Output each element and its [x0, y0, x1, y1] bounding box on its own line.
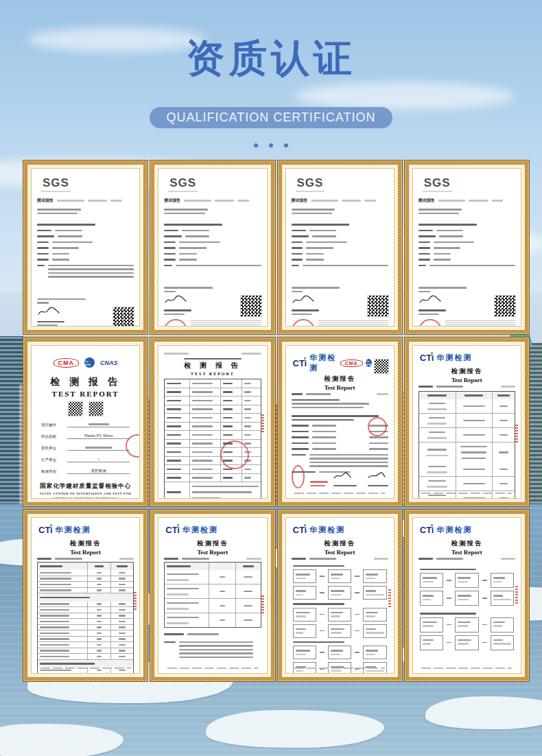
fine-print	[318, 319, 388, 327]
qr-code	[113, 307, 134, 327]
text-line	[368, 485, 388, 487]
certificate-paper: SGS 测试报告	[412, 168, 521, 327]
table-cell	[110, 637, 133, 642]
text-line	[292, 419, 355, 421]
text-line	[119, 626, 126, 628]
signature-icon	[37, 307, 60, 316]
table-cell	[165, 457, 189, 465]
text-line	[331, 574, 343, 576]
stamp-footer-row	[164, 319, 261, 327]
text-line	[167, 451, 181, 453]
table-header-row	[419, 392, 515, 400]
text-line	[427, 486, 447, 488]
table-cell	[241, 423, 261, 431]
cti-logo: CTi	[293, 358, 307, 368]
text-line	[458, 581, 468, 583]
text-line	[436, 386, 464, 388]
text-line	[37, 235, 54, 237]
table-row	[38, 587, 133, 593]
certificate-cma-table: 检 测 报 告 TEST REPORT	[150, 337, 275, 507]
text-line	[423, 622, 437, 624]
text-line	[419, 386, 433, 388]
ice-floe	[206, 710, 384, 748]
text-line	[493, 599, 511, 601]
table-cell	[492, 414, 515, 427]
arrow-icon	[447, 598, 451, 599]
text-line	[97, 615, 102, 617]
gold-frame: CTi 华测检测 检测报告 Test Report	[404, 337, 530, 507]
text-line	[220, 605, 225, 607]
table-cell	[189, 482, 260, 499]
red-seal-side-text	[261, 595, 264, 613]
table-cell	[165, 388, 189, 397]
table-row	[165, 405, 260, 414]
flow-box	[420, 573, 443, 588]
text-line	[306, 241, 346, 244]
text-line	[179, 649, 252, 651]
gold-frame: SGS 测试报告	[23, 160, 148, 335]
table-cell	[209, 570, 235, 584]
table-cell	[220, 379, 241, 388]
field-value	[67, 422, 130, 427]
text-line	[419, 230, 433, 232]
table-cell	[189, 405, 220, 414]
text-line	[40, 656, 69, 658]
remark-lines	[48, 263, 134, 280]
text-line	[97, 670, 102, 672]
flow-box	[455, 573, 478, 588]
field-value: /	[67, 457, 130, 462]
table-row	[38, 581, 133, 587]
report-no-row	[419, 383, 515, 390]
flow-box	[420, 635, 443, 650]
red-seal-stamp	[126, 434, 140, 458]
text-line	[167, 425, 181, 427]
text-line	[419, 209, 462, 211]
table-cell	[492, 399, 515, 413]
frame-mat: SGS 测试报告	[281, 164, 399, 331]
text-line	[331, 594, 342, 596]
text-line	[40, 663, 95, 665]
subtitle-pill: QUALIFICATION CERTIFICATION	[150, 107, 392, 128]
flow-box	[293, 608, 316, 622]
text-line	[292, 436, 309, 438]
flow-box	[420, 591, 443, 606]
text-line	[52, 247, 80, 249]
certificate-grid: SGS 测试报告	[23, 160, 530, 682]
table-cell	[189, 440, 220, 448]
table-cell	[38, 625, 87, 630]
text-line	[427, 408, 447, 410]
spacer	[419, 204, 515, 206]
section-label	[420, 569, 476, 571]
text-line	[223, 383, 233, 385]
report-title-en: Test Report	[419, 377, 515, 383]
text-line	[167, 442, 181, 445]
text-line	[48, 272, 134, 274]
text-line	[292, 431, 309, 433]
text-line	[427, 437, 447, 439]
qr-code	[241, 296, 261, 316]
table-cell	[87, 563, 110, 571]
text-line	[429, 403, 445, 405]
table-cell	[110, 654, 133, 659]
arrow-icon	[355, 614, 360, 615]
flow-section	[293, 565, 387, 600]
certificate-paper: CTi 华测检测 CMA ilac-MRA CNAS 检测报告 Test Rep…	[285, 345, 394, 499]
table-cell	[235, 570, 260, 584]
gold-frame: SGS 测试报告	[277, 160, 403, 335]
report-title-en: TEST REPORT	[164, 372, 261, 376]
text-line	[164, 558, 178, 560]
text-line	[296, 654, 307, 656]
frame-mat: CTi 华测检测 检测报告 Test Report	[27, 513, 144, 678]
table-row	[38, 606, 133, 613]
gold-frame: CTi 华测检测 检测报告 Test Report	[23, 509, 148, 682]
section-label	[293, 565, 344, 567]
table-row	[38, 576, 133, 582]
flow-section	[420, 569, 514, 606]
text-line	[501, 386, 515, 388]
certificate-cti-remarks: CTi 华测检测 检测报告 Test Report	[150, 509, 275, 682]
red-seal-side-text	[515, 586, 518, 604]
field-row	[164, 257, 261, 263]
table-cell	[87, 648, 110, 654]
table-header-row	[38, 563, 133, 571]
table-cell	[38, 593, 133, 602]
